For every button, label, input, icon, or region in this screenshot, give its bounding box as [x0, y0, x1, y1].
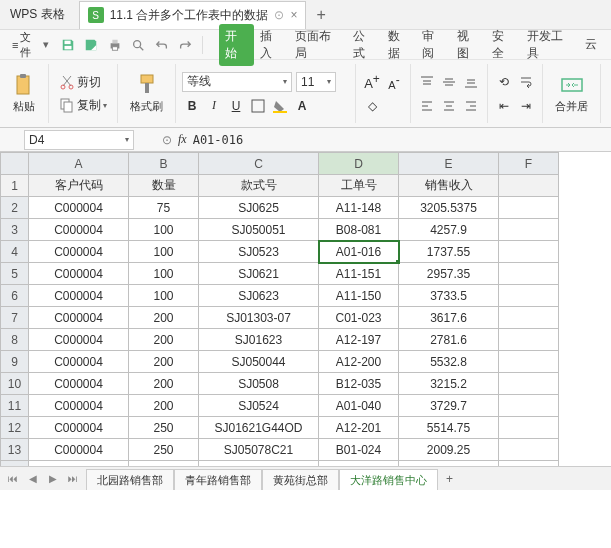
- row-header[interactable]: 10: [1, 373, 29, 395]
- sheet-nav-button[interactable]: ◀: [24, 470, 42, 488]
- cell[interactable]: B08-081: [319, 219, 399, 241]
- row-header[interactable]: 5: [1, 263, 29, 285]
- cell[interactable]: SJ01623: [199, 329, 319, 351]
- cell[interactable]: C000004: [29, 351, 129, 373]
- header-cell[interactable]: 款式号: [199, 175, 319, 197]
- cell[interactable]: 1737.55: [399, 241, 499, 263]
- cell[interactable]: B12-035: [319, 373, 399, 395]
- format-painter-button[interactable]: 格式刷: [124, 64, 169, 123]
- row-header[interactable]: 13: [1, 439, 29, 461]
- header-cell[interactable]: 销售收入: [399, 175, 499, 197]
- column-header[interactable]: B: [129, 153, 199, 175]
- cell[interactable]: 200: [129, 329, 199, 351]
- chevron-down-icon[interactable]: ▾: [125, 135, 129, 144]
- name-box[interactable]: D4 ▾: [24, 130, 134, 150]
- row-header[interactable]: 12: [1, 417, 29, 439]
- indent-increase-icon[interactable]: ⇥: [516, 96, 536, 116]
- cell[interactable]: C000004: [29, 307, 129, 329]
- cell[interactable]: 200: [129, 373, 199, 395]
- header-cell[interactable]: 工单号: [319, 175, 399, 197]
- clear-format-icon[interactable]: ◇: [362, 96, 382, 116]
- column-header[interactable]: [1, 153, 29, 175]
- cell[interactable]: 3729.7: [399, 395, 499, 417]
- header-cell[interactable]: 数量: [129, 175, 199, 197]
- cell[interactable]: [499, 329, 559, 351]
- bold-button[interactable]: B: [182, 96, 202, 116]
- cell[interactable]: 100: [129, 241, 199, 263]
- cell[interactable]: 4257.9: [399, 219, 499, 241]
- cell[interactable]: A01-016: [319, 241, 399, 263]
- cell[interactable]: SJ0621: [199, 263, 319, 285]
- menu-tab[interactable]: 审阅: [416, 24, 451, 66]
- spreadsheet-grid[interactable]: ABCDEF1客户代码数量款式号工单号销售收入2C00000475SJ0625A…: [0, 152, 559, 483]
- align-left-icon[interactable]: [417, 96, 437, 116]
- font-color-button[interactable]: A: [292, 96, 312, 116]
- cell[interactable]: 250: [129, 439, 199, 461]
- cell[interactable]: 250: [129, 417, 199, 439]
- cell[interactable]: [499, 439, 559, 461]
- paste-button[interactable]: 粘贴: [6, 64, 42, 123]
- menu-tab[interactable]: 开发工具: [521, 24, 579, 66]
- fx-icon[interactable]: fx: [178, 132, 187, 147]
- undo-icon[interactable]: [153, 36, 170, 54]
- row-header[interactable]: 4: [1, 241, 29, 263]
- cell[interactable]: A11-150: [319, 285, 399, 307]
- add-sheet-button[interactable]: +: [438, 472, 461, 486]
- cell[interactable]: 100: [129, 219, 199, 241]
- cell[interactable]: 5514.75: [399, 417, 499, 439]
- cell[interactable]: SJ0523: [199, 241, 319, 263]
- sheet-tab[interactable]: 北园路销售部: [86, 469, 174, 491]
- cell[interactable]: B01-024: [319, 439, 399, 461]
- column-header[interactable]: F: [499, 153, 559, 175]
- cell[interactable]: 75: [129, 197, 199, 219]
- wrap-text-icon[interactable]: [516, 72, 536, 92]
- align-bottom-icon[interactable]: [461, 72, 481, 92]
- row-header[interactable]: 6: [1, 285, 29, 307]
- menu-tab[interactable]: 云: [579, 32, 603, 57]
- menu-tab[interactable]: 视图: [451, 24, 486, 66]
- sheet-nav-button[interactable]: ⏭: [64, 470, 82, 488]
- font-size-select[interactable]: 11▾: [296, 72, 336, 92]
- menu-tab[interactable]: 数据: [382, 24, 417, 66]
- cell[interactable]: C000004: [29, 417, 129, 439]
- sheet-tab[interactable]: 大洋路销售中心: [339, 469, 438, 491]
- row-header[interactable]: 11: [1, 395, 29, 417]
- cell[interactable]: SJ05078C21: [199, 439, 319, 461]
- menu-tab[interactable]: 页面布局: [289, 24, 347, 66]
- align-top-icon[interactable]: [417, 72, 437, 92]
- cell[interactable]: SJ0508: [199, 373, 319, 395]
- orientation-icon[interactable]: ⟲: [494, 72, 514, 92]
- cell[interactable]: 100: [129, 285, 199, 307]
- cell[interactable]: 2009.25: [399, 439, 499, 461]
- merge-cells-button[interactable]: 合并居: [549, 64, 594, 123]
- cell[interactable]: 3617.6: [399, 307, 499, 329]
- increase-font-icon[interactable]: A+: [362, 72, 382, 92]
- cell[interactable]: [499, 263, 559, 285]
- cell[interactable]: A12-197: [319, 329, 399, 351]
- print-icon[interactable]: [106, 36, 123, 54]
- cell[interactable]: [499, 417, 559, 439]
- row-header[interactable]: 8: [1, 329, 29, 351]
- row-header[interactable]: 3: [1, 219, 29, 241]
- cell[interactable]: A11-151: [319, 263, 399, 285]
- cell[interactable]: C000004: [29, 263, 129, 285]
- sheet-tab[interactable]: 青年路销售部: [174, 469, 262, 491]
- cell[interactable]: [499, 351, 559, 373]
- cell[interactable]: 100: [129, 263, 199, 285]
- cell[interactable]: C000004: [29, 219, 129, 241]
- menu-tab[interactable]: 插入: [254, 24, 289, 66]
- cell[interactable]: [499, 219, 559, 241]
- menu-tab[interactable]: 安全: [486, 24, 521, 66]
- redo-icon[interactable]: [177, 36, 194, 54]
- cell[interactable]: 3215.2: [399, 373, 499, 395]
- cell[interactable]: A12-200: [319, 351, 399, 373]
- cell[interactable]: C000004: [29, 285, 129, 307]
- column-header[interactable]: E: [399, 153, 499, 175]
- sheet-tab[interactable]: 黄苑街总部: [262, 469, 339, 491]
- align-right-icon[interactable]: [461, 96, 481, 116]
- cell[interactable]: C000004: [29, 395, 129, 417]
- cell[interactable]: 200: [129, 351, 199, 373]
- border-button[interactable]: [248, 96, 268, 116]
- cell[interactable]: C000004: [29, 241, 129, 263]
- pin-icon[interactable]: ⊙: [274, 8, 284, 22]
